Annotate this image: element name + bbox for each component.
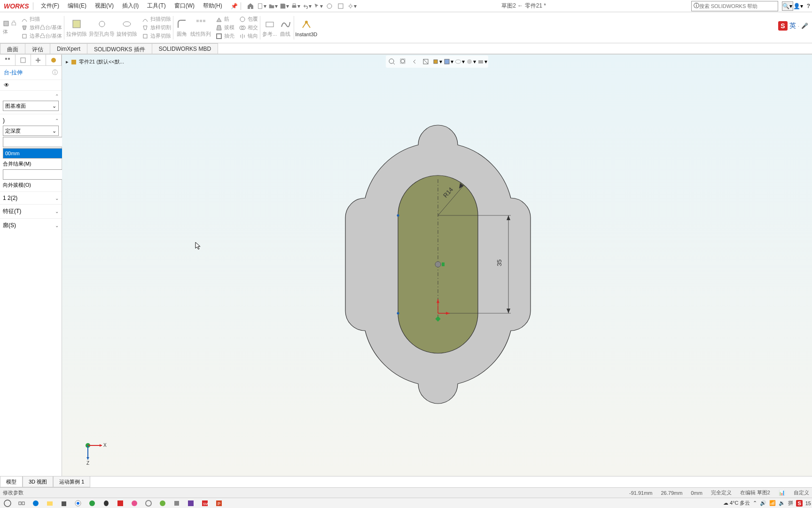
boundary-btn[interactable]: 边界凸台/基体 <box>20 32 63 40</box>
weather-widget[interactable]: ☁ 4°C 多云 <box>723 500 750 507</box>
linear-pattern-btn[interactable]: 线性阵列 <box>189 16 212 39</box>
sidetab-appearance[interactable] <box>46 55 62 65</box>
tab-mbd[interactable]: SOLIDWORKS MBD <box>152 43 218 54</box>
ie-icon[interactable] <box>156 499 169 508</box>
revolve-boss-btn[interactable]: 体 <box>2 28 17 36</box>
select-icon[interactable]: ▾ <box>313 1 323 11</box>
loft-cut-btn[interactable]: 放样切割 <box>141 24 172 32</box>
tray-volume-icon[interactable]: 🔉 <box>779 500 785 506</box>
open-icon[interactable]: ▾ <box>268 1 278 11</box>
ref-geom-btn[interactable]: 参考... <box>261 16 278 39</box>
direction2-section[interactable]: 1 2(2)⌄ <box>3 194 59 202</box>
sweep-btn[interactable]: 扫描 <box>20 15 63 23</box>
new-icon[interactable]: ▾ <box>257 1 266 11</box>
sidetab-feature-tree[interactable] <box>0 55 16 65</box>
save-icon[interactable]: ▾ <box>280 1 289 11</box>
revolve-cut-btn[interactable]: 旋转切除 <box>116 16 138 39</box>
search-input[interactable] <box>699 3 776 9</box>
powerpoint-icon[interactable]: P <box>212 499 226 508</box>
section-view-icon[interactable] <box>421 56 431 67</box>
view-orientation-icon[interactable]: ▾ <box>432 56 442 67</box>
tab-surface[interactable]: 曲面 <box>0 43 25 54</box>
tab-dimxpert[interactable]: DimXpert <box>50 43 87 54</box>
tray-speaker-icon[interactable]: 🔊 <box>760 500 766 506</box>
hole-wizard-btn[interactable]: 异型孔向导 <box>88 16 116 39</box>
intersect-btn[interactable]: 相交 <box>238 24 259 32</box>
print-icon[interactable]: ▾ <box>291 1 300 11</box>
user-icon[interactable]: 👤▾ <box>793 3 803 9</box>
app-icon-gray[interactable] <box>170 499 183 508</box>
sweep-cut-btn[interactable]: 扫描切除 <box>141 15 172 23</box>
draft-btn[interactable]: 拔模 <box>215 24 235 32</box>
tray-wifi-icon[interactable]: 📶 <box>769 500 776 506</box>
wrap-btn[interactable]: 包覆 <box>238 15 259 23</box>
edge-icon[interactable] <box>29 499 42 508</box>
end-condition-dropdown[interactable]: 定深度⌄ <box>3 126 59 136</box>
menu-edit[interactable]: 编辑(E) <box>64 0 90 12</box>
menu-file[interactable]: 文件(F) <box>37 0 63 12</box>
3d-viewport[interactable]: ▸ 零件21 (默认<<默... ▾ ▾ ▾ ▾ ▾ R14 <box>62 55 812 476</box>
pin-icon[interactable]: 📌 <box>228 3 241 9</box>
instant3d-btn[interactable]: Instant3D <box>295 18 317 37</box>
sidetab-property[interactable] <box>16 55 31 65</box>
extrude-boss-btn[interactable]: 凸 <box>2 19 17 27</box>
display-style-icon[interactable]: ▾ <box>443 56 453 67</box>
fillet-btn[interactable]: 圆角 <box>174 16 189 39</box>
view-triad[interactable]: X Z <box>81 438 109 467</box>
tab-addins[interactable]: SOLIDWORKS 插件 <box>87 43 152 54</box>
draft-outward-label[interactable]: 向外拔模(O) <box>3 182 31 189</box>
solidworks-icon[interactable]: SW <box>198 499 211 508</box>
menu-window[interactable]: 窗口(W) <box>171 0 198 12</box>
zoom-fit-icon[interactable] <box>387 56 397 67</box>
btab-3dview[interactable]: 3D 视图 <box>23 476 53 487</box>
app-icon-pink[interactable] <box>128 499 141 508</box>
btab-motion[interactable]: 运动算例 1 <box>53 476 90 487</box>
menu-view[interactable]: 视图(V) <box>91 0 117 12</box>
app-icon-360[interactable] <box>142 499 155 508</box>
options-icon[interactable] <box>336 1 345 11</box>
merge-check-label[interactable]: 合并结果(M) <box>3 160 31 167</box>
search-button[interactable]: 🔍▾ <box>782 1 793 11</box>
from-section[interactable]: ⌃ <box>3 93 59 100</box>
start-button[interactable] <box>1 499 14 508</box>
wechat-icon[interactable] <box>86 499 99 508</box>
status-mmgs-icon[interactable]: 📊 <box>779 490 785 496</box>
contours-section[interactable]: 廓(S)⌄ <box>3 221 59 230</box>
taskview-icon[interactable] <box>15 499 28 508</box>
visibility-toggle[interactable]: 👁 <box>0 80 62 90</box>
chrome-icon[interactable] <box>71 499 85 508</box>
panel-help-icon[interactable]: ⓘ <box>52 69 58 77</box>
undo-icon[interactable]: ▾ <box>302 1 312 11</box>
direction1-section[interactable]: )⌃ <box>3 116 59 125</box>
menu-help[interactable]: 帮助(H) <box>199 0 226 12</box>
boundary-cut-btn[interactable]: 边界切除 <box>141 32 172 40</box>
tray-sogou-icon[interactable]: S <box>796 500 802 507</box>
tray-up-icon[interactable]: ⌃ <box>753 500 757 506</box>
plane-dropdown[interactable]: 图基准面⌄ <box>3 101 59 111</box>
btab-model[interactable]: 模型 <box>0 476 23 487</box>
shell-btn[interactable]: 抽壳 <box>215 32 235 40</box>
rib-btn[interactable]: 筋 <box>215 15 235 23</box>
loft-btn[interactable]: 放样凸台/基体 <box>20 24 63 32</box>
gear-icon[interactable]: ▾ <box>347 1 357 11</box>
sidetab-config[interactable] <box>31 55 47 65</box>
app-icon-red[interactable] <box>114 499 127 508</box>
qq-icon[interactable] <box>100 499 113 508</box>
clock[interactable]: 15 <box>805 500 811 506</box>
extrude-cut-btn[interactable]: 拉伸切除 <box>65 16 88 39</box>
explorer-icon[interactable] <box>43 499 56 508</box>
curves-btn[interactable]: 曲线 <box>278 16 293 39</box>
menu-insert[interactable]: 插入(I) <box>118 0 142 12</box>
rebuild-icon[interactable] <box>325 1 334 11</box>
edit-appearance-icon[interactable]: ▾ <box>466 56 476 67</box>
thin-feature-section[interactable]: 特征(T)⌄ <box>3 206 59 216</box>
zoom-area-icon[interactable] <box>398 56 408 67</box>
store-icon[interactable] <box>57 499 70 508</box>
app-icon-purple[interactable] <box>184 499 197 508</box>
previous-view-icon[interactable] <box>409 56 420 67</box>
apply-scene-icon[interactable]: ▾ <box>477 56 487 67</box>
menu-tools[interactable]: 工具(T) <box>143 0 169 12</box>
home-icon[interactable] <box>246 1 255 11</box>
search-box[interactable]: ⓘ <box>691 1 778 11</box>
tab-evaluate[interactable]: 评估 <box>25 43 50 54</box>
